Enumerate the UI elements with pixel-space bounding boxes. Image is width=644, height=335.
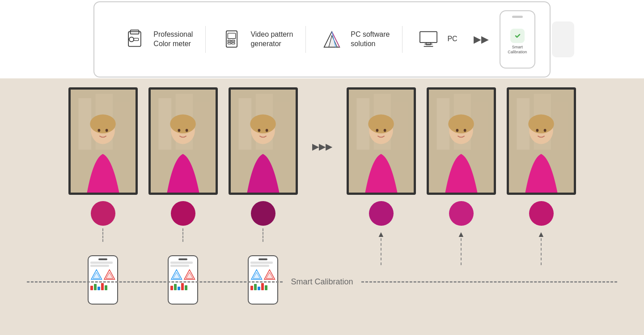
- svg-point-61: [376, 129, 378, 132]
- flow-item-color-meter: Professional Color meter: [109, 26, 206, 53]
- svg-point-78: [543, 129, 546, 132]
- bottom-section: ▶▶▶: [0, 78, 644, 335]
- tv-image-1: [71, 90, 136, 193]
- svg-rect-46: [275, 103, 290, 150]
- phone-text-2: [90, 265, 109, 267]
- svg-rect-34: [195, 103, 210, 150]
- arrow-up-4: ▲: [377, 230, 385, 238]
- svg-rect-56: [356, 98, 369, 150]
- tv-image-6: [509, 90, 574, 193]
- svg-point-26: [105, 129, 108, 132]
- svg-point-48: [250, 115, 276, 133]
- svg-point-36: [170, 115, 196, 133]
- arrow-up-6: ▲: [537, 230, 545, 238]
- tv-image-4: [349, 90, 414, 193]
- svg-rect-32: [158, 98, 171, 150]
- tv-image-5: [429, 90, 494, 193]
- phone-text-5: [250, 262, 273, 264]
- color-meter-icon: [121, 26, 148, 53]
- video-gen-icon: [218, 26, 245, 53]
- svg-rect-14: [420, 31, 437, 42]
- phone-screen: Smart Calibration: [508, 29, 527, 55]
- svg-rect-22: [114, 103, 130, 150]
- phone-text-1: [90, 262, 113, 264]
- color-dot-4: [369, 201, 394, 226]
- flow-item-pc-software: PC software solution: [306, 26, 402, 53]
- svg-point-18: [513, 31, 522, 40]
- color-meter-label: Professional Color meter: [153, 30, 193, 49]
- tv-group-4: ▲: [347, 87, 416, 265]
- smart-calibration-label: Smart Calibration: [283, 277, 361, 287]
- tv-image-3: [231, 90, 296, 193]
- pc-software-icon: [318, 26, 345, 53]
- pc-label: PC: [447, 34, 457, 44]
- tv-frame-4: [347, 87, 416, 195]
- svg-rect-66: [473, 103, 488, 150]
- svg-rect-44: [238, 98, 251, 150]
- tv-frame-2: [148, 87, 218, 195]
- svg-point-37: [178, 129, 180, 132]
- tv-image-2: [151, 90, 216, 193]
- smart-calibration-row: Smart Calibration: [0, 277, 644, 287]
- svg-point-60: [368, 115, 394, 133]
- phone-shadow-decoration: [552, 21, 574, 57]
- svg-rect-9: [232, 42, 235, 43]
- svg-rect-8: [228, 42, 231, 43]
- phone-text-4: [170, 265, 189, 267]
- pc-software-label: PC software solution: [351, 30, 390, 49]
- svg-point-62: [383, 129, 386, 132]
- svg-rect-7: [232, 40, 235, 41]
- svg-rect-3: [134, 38, 139, 40]
- color-dot-5: [449, 201, 474, 226]
- phone-text-6: [250, 265, 269, 267]
- pc-icon: [415, 26, 442, 53]
- svg-point-70: [463, 129, 466, 132]
- right-tv-group: ▲: [341, 87, 581, 265]
- tv-group-3: [229, 87, 298, 305]
- tv-group-1: [68, 87, 138, 305]
- svg-point-69: [456, 129, 458, 132]
- phone-connector-2: [182, 228, 183, 242]
- tv-group-5: ▲: [427, 87, 496, 265]
- svg-rect-74: [553, 103, 568, 150]
- phone-connector-3: [263, 228, 263, 242]
- left-tv-group: [63, 87, 303, 305]
- arrow-up-5: ▲: [457, 230, 465, 238]
- tv-frame-1: [68, 87, 138, 195]
- video-gen-label: Video pattern generator: [250, 30, 293, 49]
- flow-arrow: ▶▶: [474, 34, 489, 45]
- tv-group-2: [148, 87, 218, 305]
- svg-rect-5: [228, 33, 236, 39]
- tv-frame-3: [229, 87, 298, 195]
- tv-frame-6: [507, 87, 576, 195]
- phone-connector-1: [102, 228, 103, 242]
- svg-point-49: [258, 129, 260, 132]
- color-dot-2: [171, 201, 195, 226]
- svg-point-24: [90, 115, 116, 133]
- svg-point-68: [448, 115, 474, 133]
- svg-rect-58: [393, 103, 408, 150]
- tv-group-6: ▲: [507, 87, 576, 265]
- svg-rect-20: [78, 98, 91, 150]
- color-dot-3: [251, 201, 275, 226]
- top-section: Professional Color meter Video pattern g…: [0, 0, 644, 78]
- flow-item-video-gen: Video pattern generator: [206, 26, 306, 53]
- svg-point-50: [265, 129, 268, 132]
- flow-diagram: Professional Color meter Video pattern g…: [93, 1, 550, 77]
- phone-final: Smart Calibration: [500, 10, 535, 69]
- screens-row: ▶▶▶: [0, 87, 644, 305]
- color-dot-1: [91, 201, 115, 226]
- svg-rect-64: [436, 98, 449, 150]
- svg-rect-6: [228, 40, 231, 41]
- tv-frame-5: [427, 87, 496, 195]
- svg-point-77: [536, 129, 538, 132]
- svg-point-38: [185, 129, 188, 132]
- color-dot-6: [529, 201, 554, 226]
- svg-point-25: [97, 129, 100, 132]
- svg-point-76: [528, 115, 554, 133]
- smart-cal-app-icon: [510, 29, 525, 43]
- flow-item-pc: PC: [402, 26, 470, 53]
- svg-rect-72: [517, 98, 530, 150]
- phone-text-3: [170, 262, 193, 264]
- smart-cal-label: Smart Calibration: [508, 45, 527, 55]
